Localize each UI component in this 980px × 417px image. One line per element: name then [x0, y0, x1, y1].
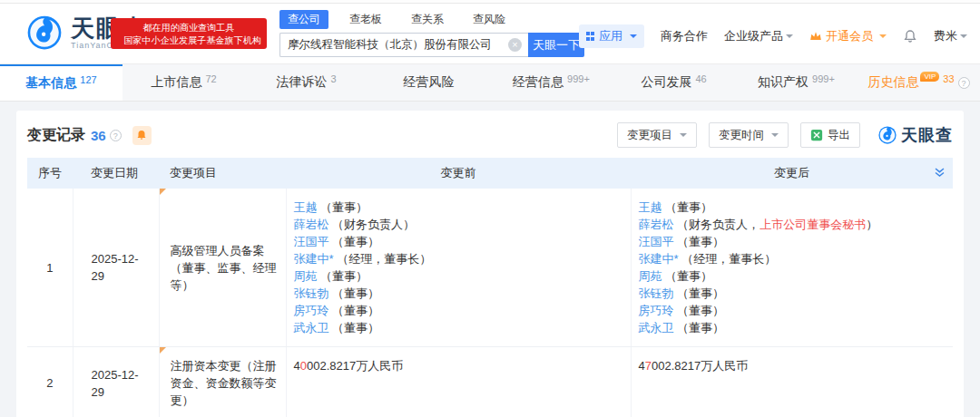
person-link[interactable]: 薛岩松 — [294, 218, 329, 231]
filter-change-item-button[interactable]: 变更项目 — [617, 122, 697, 148]
person-link[interactable]: 王越 — [294, 200, 318, 214]
value-line: 薛岩松 （财务负责人，上市公司董事会秘书） — [639, 216, 946, 233]
tab-count: 999+ — [567, 73, 590, 84]
tab-5[interactable]: 经营信息999+ — [490, 64, 612, 101]
search-button[interactable]: 天眼一下 — [528, 33, 584, 57]
value-line: 汪国平 （董事） — [639, 233, 946, 250]
content-area: 变更记录 36 ? 变更项目 变更时间 — [0, 102, 980, 417]
value-line: 房巧玲 （董事） — [639, 302, 946, 319]
nav-enterprise-products[interactable]: 企业级产品 — [724, 28, 793, 44]
section-count: 36 — [91, 128, 106, 143]
collapse-double-chevron-icon[interactable] — [934, 167, 946, 181]
person-link[interactable]: 薛岩松 — [639, 218, 674, 231]
person-link[interactable]: 周苑 — [294, 269, 318, 283]
export-button[interactable]: 导出 — [800, 122, 860, 148]
change-date: 2025-12-29 — [73, 347, 159, 417]
clear-search-icon[interactable]: × — [508, 38, 522, 52]
info-icon[interactable]: ? — [110, 130, 122, 141]
person-link[interactable]: 张钰勃 — [294, 286, 329, 300]
tab-label: 上市信息 — [151, 74, 201, 91]
search-tabs: 查公司查老板查关系查风险 — [279, 10, 584, 29]
text-segment: 4 — [294, 359, 300, 373]
tab-1[interactable]: 基本信息127 — [0, 64, 122, 101]
chevron-down-icon — [630, 34, 637, 38]
top-header: 天眼查 TianYanCha.com 都在用的商业查询工具 国家中小企业发展子基… — [0, 0, 980, 63]
search-tab[interactable]: 查公司 — [279, 10, 328, 29]
before-cell: 40002.8217万人民币 — [286, 347, 631, 417]
tab-count: 72 — [205, 73, 216, 84]
person-link[interactable]: 汪国平 — [639, 235, 674, 248]
value-line: 武永卫 （董事） — [639, 319, 946, 336]
text-segment: （经理，董事长） — [679, 252, 777, 266]
monitor-bell-button[interactable] — [132, 126, 152, 145]
vip-badge: VIP — [920, 72, 939, 82]
search-input-wrap: × — [279, 33, 528, 57]
tab-label: 经营信息 — [513, 74, 564, 91]
value-line: 张钰勃 （董事） — [639, 285, 946, 302]
chevron-down-icon — [879, 34, 887, 38]
value-line: 王越 （董事） — [639, 199, 946, 216]
person-link[interactable]: 张钰勃 — [639, 286, 674, 300]
tab-7[interactable]: 知识产权999+ — [735, 64, 858, 101]
chevron-down-icon — [786, 34, 793, 38]
person-link[interactable]: 周苑 — [639, 269, 662, 283]
filter-change-time-button[interactable]: 变更时间 — [709, 122, 789, 148]
corner-marker-icon — [160, 347, 166, 354]
text-segment: （董事） — [674, 321, 725, 335]
logo-swirl-icon — [25, 14, 64, 52]
text-segment: 002.8217万人民币 — [307, 359, 403, 373]
search-tab[interactable]: 查关系 — [403, 10, 452, 29]
export-excel-icon — [810, 129, 823, 141]
search-tab[interactable]: 查老板 — [341, 10, 390, 29]
text-segment: 002.8217万人民币 — [652, 359, 748, 373]
tab-count: 33 — [943, 73, 954, 84]
tab-4[interactable]: 经营风险 — [368, 64, 490, 101]
value-line: 汪国平 （董事） — [294, 233, 623, 250]
person-link[interactable]: 房巧玲 — [639, 304, 674, 317]
tab-label: 知识产权 — [758, 74, 808, 91]
table-body: 12025-12-29高级管理人员备案（董事、监事、经理等）王越 （董事）薛岩松… — [27, 189, 953, 417]
text-segment: ） — [866, 218, 877, 231]
tab-3[interactable]: 法律诉讼3 — [245, 64, 368, 101]
value-line: 周苑 （董事） — [639, 267, 946, 285]
tab-8[interactable]: 历史信息VIP33? — [858, 64, 980, 101]
change-record-card: 变更记录 36 ? 变更项目 变更时间 — [16, 111, 964, 417]
person-link[interactable]: 武永卫 — [294, 321, 329, 335]
person-link[interactable]: 王越 — [639, 200, 662, 214]
search-box: × 天眼一下 — [279, 33, 584, 57]
tab-6[interactable]: 公司发展46 — [612, 64, 735, 101]
value-line: 王越 （董事） — [294, 199, 623, 216]
after-cell: 47002.8217万人民币 — [631, 347, 953, 417]
promo-banner: 都在用的商业查询工具 国家中小企业发展子基金旗下机构 — [111, 18, 267, 49]
open-vip-link[interactable]: 开通会员 — [809, 28, 887, 44]
search-input[interactable] — [279, 33, 528, 57]
user-menu[interactable]: 费米 — [934, 28, 967, 44]
apps-menu[interactable]: 应用 — [579, 24, 645, 48]
value-line: 张钰勃 （董事） — [294, 285, 623, 302]
tab-2[interactable]: 上市信息72 — [122, 64, 245, 101]
notification-bell[interactable] — [903, 29, 917, 44]
change-item: 注册资本变更（注册资金、资金数额等变更） — [171, 359, 277, 407]
change-item: 高级管理人员备案（董事、监事、经理等） — [171, 244, 277, 292]
col-header-col-before: 变更前 — [286, 158, 631, 189]
text-segment: （董事） — [329, 235, 380, 248]
person-link[interactable]: 张建中* — [639, 252, 679, 266]
changed-text: 7 — [645, 359, 652, 373]
value-line: 周苑 （董事） — [294, 267, 623, 285]
search-tab[interactable]: 查风险 — [465, 10, 514, 29]
page: 天眼查 TianYanCha.com 都在用的商业查询工具 国家中小企业发展子基… — [0, 0, 980, 417]
text-segment: （董事） — [318, 200, 368, 214]
text-segment: 4 — [639, 359, 645, 373]
value-line: 薛岩松 （财务负责人） — [294, 216, 623, 233]
text-segment: （董事） — [318, 269, 368, 283]
person-link[interactable]: 武永卫 — [639, 321, 674, 335]
person-link[interactable]: 房巧玲 — [294, 304, 329, 317]
person-link[interactable]: 张建中* — [294, 252, 334, 266]
nav-business-coop[interactable]: 商务合作 — [661, 28, 708, 44]
person-link[interactable]: 汪国平 — [294, 235, 329, 248]
search-area: 查公司查老板查关系查风险 × 天眼一下 — [279, 10, 584, 57]
col-header-col-no: 序号 — [27, 158, 73, 189]
chevron-down-icon — [680, 133, 687, 137]
changed-text: 上市公司董事会秘书 — [760, 218, 866, 231]
text-segment: （董事） — [329, 286, 380, 300]
